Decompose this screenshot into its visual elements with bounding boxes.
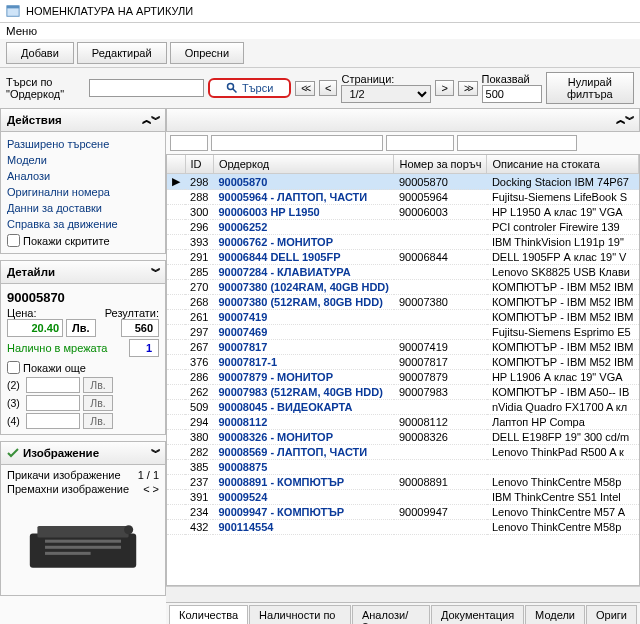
add-button[interactable]: Добави bbox=[6, 42, 74, 64]
table-row[interactable]: 39390006762 - МОНИТОРIBM ThinkVision L19… bbox=[167, 235, 638, 250]
row-selector[interactable] bbox=[167, 430, 185, 445]
action-item[interactable]: Модели bbox=[7, 152, 159, 168]
table-row[interactable]: 23790008891 - КОМПЮТЪР90008891Lenovo Thi… bbox=[167, 475, 638, 490]
cell-ordercode[interactable]: 90008875 bbox=[213, 460, 394, 475]
cell-ordercode[interactable]: 900114554 bbox=[213, 520, 394, 535]
row-selector[interactable] bbox=[167, 400, 185, 415]
row-selector[interactable] bbox=[167, 205, 185, 220]
row-selector[interactable] bbox=[167, 250, 185, 265]
row-selector[interactable] bbox=[167, 325, 185, 340]
cell-ordercode[interactable]: 90008569 - ЛАПТОП, ЧАСТИ bbox=[213, 445, 394, 460]
details-header[interactable]: Детайли ︾ bbox=[0, 260, 166, 284]
action-item[interactable]: Данни за доставки bbox=[7, 200, 159, 216]
cell-ordercode[interactable]: 90005870 bbox=[213, 174, 394, 190]
search-input[interactable] bbox=[89, 79, 204, 97]
extra-price-input[interactable] bbox=[26, 395, 80, 411]
show-more-checkbox[interactable] bbox=[7, 361, 20, 374]
row-selector[interactable] bbox=[167, 415, 185, 430]
image-nav[interactable]: < > bbox=[143, 483, 159, 495]
row-selector[interactable] bbox=[167, 370, 185, 385]
show-hidden-checkbox[interactable] bbox=[7, 234, 20, 247]
row-selector[interactable] bbox=[167, 280, 185, 295]
cell-ordercode[interactable]: 90007879 - МОНИТОР bbox=[213, 370, 394, 385]
filter-desc-input[interactable] bbox=[457, 135, 577, 151]
prev-page-button[interactable]: < bbox=[319, 80, 337, 96]
attach-image-link[interactable]: Прикачи изображение bbox=[7, 469, 121, 481]
cell-ordercode[interactable]: 90007817 bbox=[213, 340, 394, 355]
row-selector[interactable] bbox=[167, 355, 185, 370]
action-item[interactable]: Разширено търсене bbox=[7, 136, 159, 152]
items-grid[interactable]: IDОрдеркодНомер за поръчОписание на сток… bbox=[166, 154, 640, 586]
cell-ordercode[interactable]: 90009524 bbox=[213, 490, 394, 505]
bottom-tab[interactable]: Наличности по складове bbox=[249, 605, 351, 624]
bottom-tab[interactable]: Количества bbox=[169, 605, 248, 624]
filter-id-input[interactable] bbox=[170, 135, 208, 151]
row-selector[interactable] bbox=[167, 460, 185, 475]
cell-ordercode[interactable]: 90008045 - ВИДЕОКАРТА bbox=[213, 400, 394, 415]
cell-ordercode[interactable]: 90007284 - КЛАВИАТУРА bbox=[213, 265, 394, 280]
row-selector[interactable] bbox=[167, 265, 185, 280]
row-selector[interactable] bbox=[167, 505, 185, 520]
row-selector[interactable] bbox=[167, 340, 185, 355]
bottom-tab[interactable]: Аналози/Заменки bbox=[352, 605, 430, 624]
cell-ordercode[interactable]: 90006003 HP L1950 bbox=[213, 205, 394, 220]
row-selector[interactable]: ▶ bbox=[167, 174, 185, 190]
table-row[interactable]: 2679000781790007419КОМПЮТЪР - IBM M52 IB… bbox=[167, 340, 638, 355]
cell-ordercode[interactable]: 90007817-1 bbox=[213, 355, 394, 370]
table-row[interactable]: 26890007380 (512RAM, 80GB HDD)90007380КО… bbox=[167, 295, 638, 310]
table-row[interactable]: 26190007419КОМПЮТЪР - IBM M52 IBM bbox=[167, 310, 638, 325]
cell-ordercode[interactable]: 90007983 (512RAM, 40GB HDD) bbox=[213, 385, 394, 400]
bottom-tab[interactable]: Модели bbox=[525, 605, 585, 624]
table-row[interactable]: 28890005964 - ЛАПТОП, ЧАСТИ90005964Fujit… bbox=[167, 190, 638, 205]
filter-ordernum-input[interactable] bbox=[386, 135, 454, 151]
cell-ordercode[interactable]: 90008112 bbox=[213, 415, 394, 430]
cell-ordercode[interactable]: 90007380 (1024RAM, 40GB HDD) bbox=[213, 280, 394, 295]
bottom-tab[interactable]: Ориги bbox=[586, 605, 637, 624]
table-row[interactable]: 26290007983 (512RAM, 40GB HDD)90007983КО… bbox=[167, 385, 638, 400]
search-button[interactable]: Търси bbox=[208, 78, 291, 98]
column-header[interactable]: Описание на стоката bbox=[487, 155, 639, 174]
extra-price-input[interactable] bbox=[26, 413, 80, 429]
filter-ordercode-input[interactable] bbox=[211, 135, 383, 151]
table-row[interactable]: 50990008045 - ВИДЕОКАРТАnVidia Quadro FX… bbox=[167, 400, 638, 415]
action-item[interactable]: Аналози bbox=[7, 168, 159, 184]
actions-header[interactable]: Действия ︽ ︾ bbox=[0, 108, 166, 132]
table-row[interactable]: 30090006003 HP L195090006003HP L1950 А к… bbox=[167, 205, 638, 220]
table-row[interactable]: ▶2989000587090005870Docking Stacion IBM … bbox=[167, 174, 638, 190]
cell-ordercode[interactable]: 90007380 (512RAM, 80GB HDD) bbox=[213, 295, 394, 310]
table-row[interactable]: 28590007284 - КЛАВИАТУРАLenovo SK8825 US… bbox=[167, 265, 638, 280]
table-row[interactable]: 39190009524IBM ThinkCentre S51 Intel bbox=[167, 490, 638, 505]
column-header[interactable]: ID bbox=[185, 155, 213, 174]
column-header[interactable]: Ордеркод bbox=[213, 155, 394, 174]
row-selector[interactable] bbox=[167, 475, 185, 490]
show-input[interactable] bbox=[482, 85, 542, 103]
cell-ordercode[interactable]: 90006762 - МОНИТОР bbox=[213, 235, 394, 250]
extra-price-input[interactable] bbox=[26, 377, 80, 393]
last-page-button[interactable]: >> bbox=[458, 81, 478, 96]
table-row[interactable]: 28290008569 - ЛАПТОП, ЧАСТИLenovo ThinkP… bbox=[167, 445, 638, 460]
refresh-button[interactable]: Опресни bbox=[170, 42, 244, 64]
edit-button[interactable]: Редактирай bbox=[77, 42, 167, 64]
table-row[interactable]: 37690007817-190007817КОМПЮТЪР - IBM M52 … bbox=[167, 355, 638, 370]
cell-ordercode[interactable]: 90009947 - КОМПЮТЪР bbox=[213, 505, 394, 520]
row-selector[interactable] bbox=[167, 520, 185, 535]
row-selector[interactable] bbox=[167, 190, 185, 205]
menu-root[interactable]: Меню bbox=[6, 25, 37, 37]
row-selector[interactable] bbox=[167, 385, 185, 400]
action-item[interactable]: Оригинални номера bbox=[7, 184, 159, 200]
bottom-tab[interactable]: Документация bbox=[431, 605, 524, 624]
table-row[interactable]: 2949000811290008112Лаптоп HP Compa bbox=[167, 415, 638, 430]
table-row[interactable]: 29690006252PCI controler Firewire 139 bbox=[167, 220, 638, 235]
table-row[interactable]: 28690007879 - МОНИТОР90007879HP L1906 А … bbox=[167, 370, 638, 385]
reset-filters-button[interactable]: Нулирай филтъра bbox=[546, 72, 634, 104]
row-selector[interactable] bbox=[167, 295, 185, 310]
table-row[interactable]: 29790007469Fujitsu-Siemens Esprimo E5 bbox=[167, 325, 638, 340]
cell-ordercode[interactable]: 90005964 - ЛАПТОП, ЧАСТИ bbox=[213, 190, 394, 205]
row-selector[interactable] bbox=[167, 220, 185, 235]
column-header[interactable]: Номер за поръч bbox=[394, 155, 487, 174]
row-selector[interactable] bbox=[167, 235, 185, 250]
row-selector[interactable] bbox=[167, 310, 185, 325]
table-row[interactable]: 432900114554Lenovo ThinkCentre M58p bbox=[167, 520, 638, 535]
row-selector[interactable] bbox=[167, 445, 185, 460]
page-select[interactable]: 1/2 bbox=[341, 85, 431, 103]
